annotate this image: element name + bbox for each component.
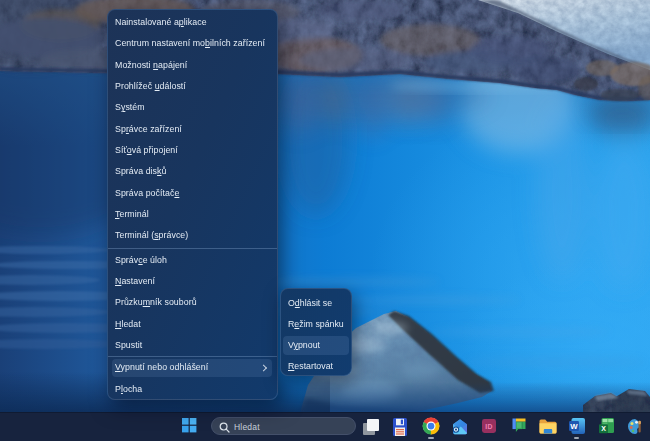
svg-text:ID: ID — [485, 423, 492, 430]
svg-text:X: X — [601, 425, 606, 432]
svg-text:W: W — [570, 422, 578, 431]
